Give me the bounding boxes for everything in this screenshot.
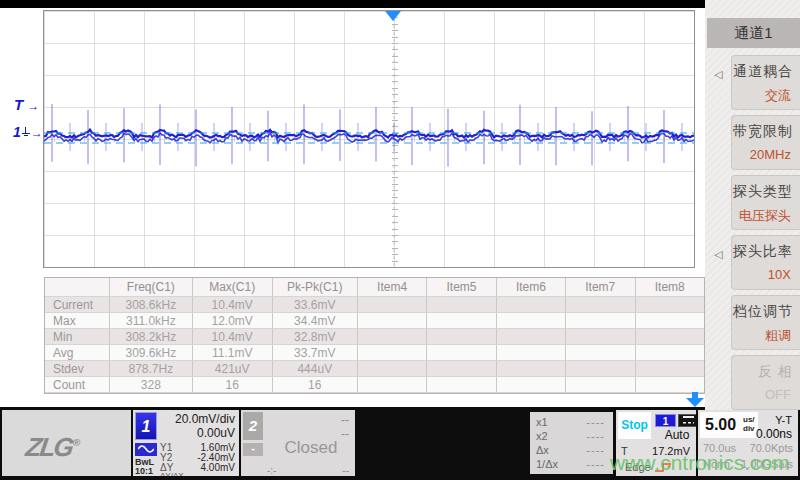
menu-item-label: 带宽限制 bbox=[733, 123, 793, 141]
stat-value: 16 bbox=[192, 377, 272, 393]
menu-title: 通道1 bbox=[707, 18, 800, 48]
timebase-scale: 5.00 bbox=[705, 416, 736, 434]
table-row: Max311.0kHz12.0mV34.4mV bbox=[45, 313, 704, 329]
waveform-graticule bbox=[43, 10, 695, 268]
table-row: Min308.2kHz10.4mV32.8mV bbox=[45, 329, 704, 345]
stat-value bbox=[566, 297, 635, 313]
top-strip bbox=[0, 0, 705, 8]
stat-value bbox=[635, 313, 704, 329]
channel1-badge: 1 bbox=[135, 412, 157, 440]
cursor-row: Δx---- bbox=[536, 444, 605, 456]
channel2-scale: -- bbox=[267, 413, 349, 427]
trigger-level-label: T bbox=[14, 96, 23, 113]
stat-value bbox=[357, 377, 426, 393]
table-header-row: Freq(C1)Max(C1)Pk-Pk(C1)Item4Item5Item6I… bbox=[45, 278, 704, 297]
stat-value: 10.4mV bbox=[192, 329, 272, 345]
table-header: Max(C1) bbox=[192, 278, 272, 297]
menu-sidebar: 通道1 通道耦合交流◁带宽限制20MHz探头类型电压探头探头比率10X◁档位调节… bbox=[705, 0, 800, 410]
channel1-scale: 20.0mV/div bbox=[159, 412, 235, 426]
channel1-ground-marker[interactable]: 1→ bbox=[13, 124, 43, 140]
trigger-position-marker[interactable] bbox=[385, 11, 401, 21]
stat-value: 328 bbox=[110, 377, 193, 393]
table-row: Current308.6kHz10.4mV33.6mV bbox=[45, 297, 704, 313]
stat-value: 421uV bbox=[192, 361, 272, 377]
menu-item-6: 反 相OFF bbox=[731, 355, 800, 410]
menu-item-value: OFF bbox=[765, 387, 791, 402]
stat-label: Avg bbox=[45, 345, 110, 361]
menu-item-value: 交流 bbox=[765, 87, 791, 105]
stat-label: Count bbox=[45, 377, 110, 393]
table-header: Item7 bbox=[566, 278, 635, 297]
channel1-offset: 0.00uV bbox=[159, 426, 235, 440]
table-scroll-down-icon[interactable] bbox=[685, 392, 705, 407]
stat-value bbox=[566, 329, 635, 345]
channel2-coupling-badge: - bbox=[243, 443, 263, 456]
stat-label: Stdev bbox=[45, 361, 110, 377]
submenu-arrow-icon[interactable]: ◁ bbox=[714, 248, 722, 261]
stat-value bbox=[357, 297, 426, 313]
stat-value bbox=[566, 361, 635, 377]
menu-item-1[interactable]: 通道耦合交流 bbox=[731, 55, 800, 110]
stat-label: Min bbox=[45, 329, 110, 345]
submenu-arrow-icon[interactable]: ◁ bbox=[714, 68, 722, 81]
stat-value bbox=[427, 361, 496, 377]
stat-value: 878.7Hz bbox=[110, 361, 193, 377]
stat-value bbox=[635, 361, 704, 377]
trigger-mode: Auto bbox=[655, 428, 696, 442]
menu-item-value: 20MHz bbox=[750, 147, 791, 162]
stat-value bbox=[635, 329, 704, 345]
trigger-arrow-icon: → bbox=[27, 99, 39, 113]
trigger-source-badge: 1 bbox=[655, 414, 676, 427]
menu-item-3[interactable]: 探头类型电压探头 bbox=[731, 175, 800, 230]
stat-label: Max bbox=[45, 313, 110, 329]
trigger-delay: 0.00ns bbox=[756, 427, 792, 441]
cursor-readout-panel: x1----x2----Δx----1/Δx---- bbox=[530, 412, 613, 474]
menu-item-value: 电压探头 bbox=[739, 207, 791, 225]
channel1-status-panel[interactable]: 1 BwL 10:1 20.0mV/div 0.00uV Y11.60mV Y2… bbox=[133, 410, 239, 476]
ac-coupling-icon bbox=[135, 443, 157, 456]
channel2-status-panel[interactable]: 2 - -- -- Closed -:--- bbox=[241, 410, 355, 476]
stat-value bbox=[496, 329, 565, 345]
menu-item-5[interactable]: 档位调节粗调 bbox=[731, 295, 800, 350]
run-state-indicator[interactable]: Stop bbox=[618, 412, 651, 439]
ground-icon bbox=[22, 127, 30, 137]
channel1-waveform bbox=[44, 11, 694, 267]
table-header: Pk-Pk(C1) bbox=[272, 278, 357, 297]
stat-value bbox=[357, 329, 426, 345]
channel-arrow-icon: → bbox=[31, 126, 43, 140]
table-header: Item5 bbox=[427, 278, 496, 297]
table-header: Item8 bbox=[635, 278, 704, 297]
cursor-dydx-label: ΔY/ΔX bbox=[160, 471, 184, 476]
zlg-logo: ZLG® bbox=[24, 432, 82, 463]
menu-item-2[interactable]: 带宽限制20MHz bbox=[731, 115, 800, 170]
table-header bbox=[45, 278, 110, 297]
menu-item-value: 粗调 bbox=[765, 327, 791, 345]
stat-value bbox=[496, 345, 565, 361]
stat-value: 308.6kHz bbox=[110, 297, 193, 313]
trigger-level-marker[interactable]: T → bbox=[14, 96, 39, 113]
stat-value bbox=[427, 297, 496, 313]
menu-item-label: 探头比率 bbox=[733, 243, 793, 261]
trigger-coupling-dc-icon bbox=[678, 414, 696, 427]
channel1-marker-label: 1 bbox=[13, 124, 21, 140]
table-row: Stdev878.7Hz421uV444uV bbox=[45, 361, 704, 377]
cursor-dydx-value: ---- bbox=[224, 471, 235, 476]
stat-value bbox=[427, 377, 496, 393]
stat-value bbox=[635, 345, 704, 361]
stat-value bbox=[566, 313, 635, 329]
stat-value: 11.1mV bbox=[192, 345, 272, 361]
table-header: Freq(C1) bbox=[110, 278, 193, 297]
stat-value bbox=[496, 297, 565, 313]
cursor-row: x1---- bbox=[536, 416, 605, 428]
timebase-scale-box: 5.00 us/div bbox=[700, 412, 758, 438]
stat-value: 10.4mV bbox=[192, 297, 272, 313]
stat-value bbox=[566, 377, 635, 393]
channel2-badge: 2 bbox=[243, 412, 263, 440]
menu-item-label: 通道耦合 bbox=[733, 63, 793, 81]
table-row: Count3281616 bbox=[45, 377, 704, 393]
stat-value bbox=[357, 361, 426, 377]
stat-value bbox=[635, 377, 704, 393]
menu-item-4[interactable]: 探头比率10X bbox=[731, 235, 800, 290]
stat-value: 444uV bbox=[272, 361, 357, 377]
stat-value bbox=[496, 313, 565, 329]
